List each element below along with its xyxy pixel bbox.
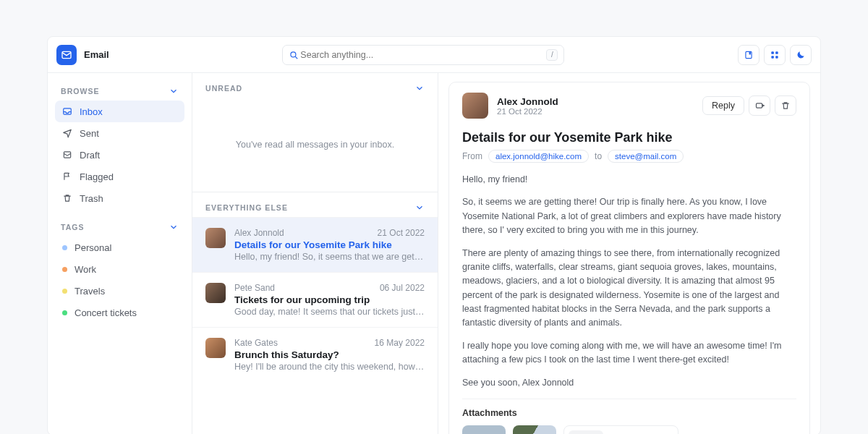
message-preview: Hey! I'll be around the city this weeken… <box>234 362 425 372</box>
app-logo <box>56 45 77 65</box>
list-heading-label: Everything else <box>205 203 288 212</box>
message-item[interactable]: Alex Jonnold 21 Oct 2022 Details for our… <box>192 217 438 272</box>
message-subject: Brunch this Saturday? <box>234 349 425 360</box>
trash-icon <box>62 193 72 203</box>
from-label: From <box>462 151 482 161</box>
unread-empty-state: You've read all messages in your inbox. <box>192 98 438 192</box>
topbar: Email / <box>48 37 820 73</box>
message-preview: Hello, my friend! So, it seems that we a… <box>234 252 425 262</box>
dark-mode-button[interactable] <box>790 45 812 65</box>
chevron-down-icon <box>414 203 425 213</box>
topbar-actions <box>738 45 812 65</box>
sidebar-heading-tags[interactable]: Tags <box>55 216 184 237</box>
sidebar-heading-label: Tags <box>61 223 85 231</box>
book-button[interactable] <box>738 45 760 65</box>
folder-icon-box <box>569 430 603 434</box>
forward-icon <box>754 101 765 111</box>
forward-button[interactable] <box>749 95 770 116</box>
sidebar-item-draft[interactable]: Draft <box>55 144 184 166</box>
message-item[interactable]: Pete Sand 06 Jul 2022 Tickets for our up… <box>192 272 438 327</box>
sidebar: Browse Inbox Sent Draft Flagged Tra <box>48 73 192 434</box>
sidebar-item-label: Flagged <box>80 171 114 182</box>
delete-button[interactable] <box>775 95 796 116</box>
sidebar-heading-label: Browse <box>61 87 100 95</box>
avatar <box>205 283 226 303</box>
sidebar-item-trash[interactable]: Trash <box>55 187 184 209</box>
message-date: 06 Jul 2022 <box>380 283 425 293</box>
message-date: 21 Oct 2022 <box>378 228 425 238</box>
reader-sender: Alex Jonnold <box>497 96 558 107</box>
svg-rect-6 <box>775 51 778 54</box>
message-item[interactable]: Kate Gates 16 May 2022 Brunch this Satur… <box>192 327 438 382</box>
search-input-wrap[interactable]: / <box>282 45 564 65</box>
divider <box>462 399 796 399</box>
reader-pane: Alex Jonnold 21 Oct 2022 Reply Details f… <box>438 73 820 434</box>
attachments-row: videos-hike.zip 100 MB <box>462 425 796 434</box>
svg-rect-8 <box>775 56 778 59</box>
svg-rect-10 <box>64 152 70 158</box>
message-sender: Alex Jonnold <box>234 228 284 238</box>
send-icon <box>62 128 72 138</box>
address-row: From alex.jonnold@hike.com to steve@mail… <box>462 150 796 163</box>
message-subject: Details for our Yosemite Park hike <box>234 239 425 250</box>
sidebar-item-label: Sent <box>80 128 99 139</box>
chevron-down-icon <box>414 83 425 93</box>
reply-button[interactable]: Reply <box>702 96 744 115</box>
sidebar-item-label: Inbox <box>80 106 103 117</box>
avatar <box>462 93 488 119</box>
grid-button[interactable] <box>764 45 786 65</box>
attachment-image[interactable] <box>513 425 556 434</box>
message-preview: Good day, mate! It seems that our ticket… <box>234 307 425 317</box>
to-label: to <box>595 151 602 161</box>
mail-icon <box>61 49 72 61</box>
flag-icon <box>62 171 72 182</box>
tag-label: Personal <box>75 242 111 253</box>
attachments-heading: Attachments <box>462 408 796 418</box>
list-heading-unread[interactable]: Unread <box>192 73 438 98</box>
message-list: Unread You've read all messages in your … <box>192 73 438 434</box>
svg-rect-11 <box>756 103 762 107</box>
sidebar-item-flagged[interactable]: Flagged <box>55 166 184 187</box>
tag-dot-icon <box>62 245 67 250</box>
search-hotkey-hint: / <box>546 49 558 61</box>
sidebar-item-label: Draft <box>80 150 100 161</box>
tag-dot-icon <box>62 267 67 272</box>
message-subject: Tickets for our upcoming trip <box>234 294 425 305</box>
search-input[interactable] <box>299 49 546 61</box>
attachment-file[interactable]: videos-hike.zip 100 MB <box>563 425 678 434</box>
attachment-image[interactable] <box>462 425 506 434</box>
sidebar-item-sent[interactable]: Sent <box>55 122 184 144</box>
svg-line-2 <box>296 56 298 59</box>
chevron-down-icon <box>169 222 179 232</box>
reader-card: Alex Jonnold 21 Oct 2022 Reply Details f… <box>448 82 810 434</box>
trash-icon <box>780 101 791 111</box>
sidebar-item-inbox[interactable]: Inbox <box>55 101 184 122</box>
tag-dot-icon <box>62 310 67 315</box>
to-address-chip[interactable]: steve@mail.com <box>608 150 684 163</box>
search-icon <box>289 50 299 60</box>
message-sender: Pete Sand <box>234 283 275 293</box>
body-paragraph: See you soon, Alex Jonnold <box>462 376 796 390</box>
tag-travels[interactable]: Travels <box>55 280 184 302</box>
body-paragraph: Hello, my friend! <box>462 173 796 187</box>
app-title: Email <box>84 49 109 60</box>
svg-rect-5 <box>771 51 774 54</box>
message-date: 16 May 2022 <box>375 338 425 348</box>
list-heading-label: Unread <box>205 84 242 93</box>
svg-point-1 <box>291 51 296 56</box>
tag-personal[interactable]: Personal <box>55 237 184 258</box>
list-heading-rest[interactable]: Everything else <box>192 192 438 217</box>
inbox-icon <box>62 106 72 116</box>
avatar <box>205 338 226 358</box>
from-address-chip[interactable]: alex.jonnold@hike.com <box>488 150 589 163</box>
reader-date: 21 Oct 2022 <box>497 107 558 116</box>
moon-icon <box>796 50 806 60</box>
tag-work[interactable]: Work <box>55 258 184 280</box>
body-paragraph: There are plenty of amazing things to se… <box>462 247 796 331</box>
draft-icon <box>62 150 72 160</box>
svg-rect-7 <box>771 56 774 59</box>
sidebar-heading-browse[interactable]: Browse <box>55 80 184 101</box>
tag-dot-icon <box>62 289 67 294</box>
sidebar-item-label: Trash <box>80 193 103 204</box>
tag-concert[interactable]: Concert tickets <box>55 302 184 323</box>
